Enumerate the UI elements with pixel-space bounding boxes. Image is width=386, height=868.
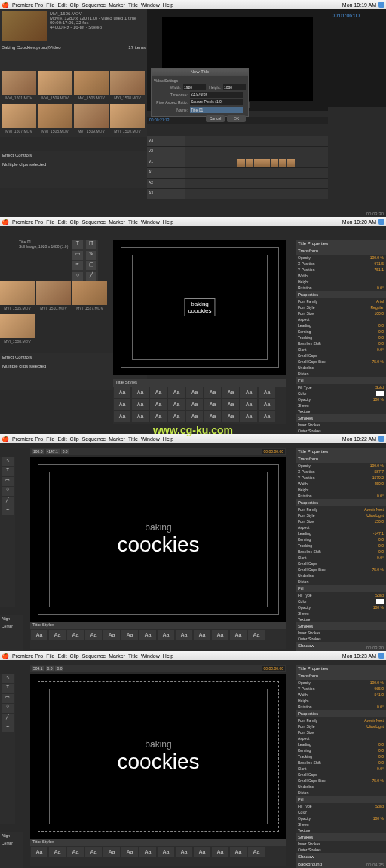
menu-title[interactable]: Title (128, 219, 138, 225)
style-swatch[interactable]: Aa (85, 630, 102, 640)
style-swatch[interactable]: Aa (168, 411, 185, 422)
style-swatch[interactable]: Aa (240, 411, 257, 422)
title-styles-panel[interactable]: Title Styles Aa Aa Aa Aa Aa Aa Aa Aa Aa … (30, 839, 286, 866)
timeline-clip[interactable] (287, 159, 295, 167)
properties-section[interactable]: Properties (296, 499, 386, 506)
transform-section[interactable]: Transform (296, 455, 386, 463)
menu-edit[interactable]: Edit (58, 2, 67, 8)
style-swatch[interactable]: Aa (158, 847, 174, 857)
style-swatch[interactable]: Aa (132, 411, 149, 422)
fill-section[interactable]: Fill (296, 585, 386, 592)
fill-opacity-val[interactable]: 100 % (373, 605, 384, 610)
line-tool[interactable]: ╱ (2, 497, 14, 506)
width-input[interactable] (183, 84, 206, 90)
text-tool[interactable]: T (2, 684, 14, 693)
filltype-val[interactable]: Solid (375, 593, 384, 598)
menu-marker[interactable]: Marker (109, 219, 125, 225)
font-size-val[interactable]: 100.0 (374, 311, 384, 316)
tb-leading[interactable]: -147.1 (46, 449, 60, 454)
font-style-val[interactable]: Ultra Light (366, 724, 384, 729)
menu-file[interactable]: File (46, 653, 54, 659)
bin-thumb[interactable] (2, 71, 36, 95)
rotation-val[interactable]: 0.0° (377, 494, 384, 498)
kerning-val[interactable]: 0.0 (378, 329, 384, 334)
style-swatch[interactable]: Aa (67, 630, 84, 640)
style-swatch[interactable]: Aa (139, 630, 156, 640)
style-swatch[interactable]: Aa (31, 630, 47, 640)
pen-tool[interactable]: ✒ (2, 723, 14, 732)
tb-leading[interactable]: 0.0 (46, 666, 54, 671)
font-style-val[interactable]: Ultra Light (366, 513, 384, 518)
style-swatch[interactable]: Aa (222, 387, 239, 398)
menu-clip[interactable]: Clip (70, 436, 79, 442)
menu-sequence[interactable]: Sequence (82, 219, 106, 225)
opacity-val[interactable]: 100.0 % (370, 255, 384, 260)
title-text[interactable]: baking coockies (118, 739, 200, 774)
style-swatch[interactable]: Aa (176, 847, 192, 857)
title-styles-panel[interactable]: Title Styles Aa Aa Aa Aa Aa Aa Aa Aa Aa … (30, 622, 286, 649)
menu-window[interactable]: Window (141, 219, 160, 225)
menu-file[interactable]: File (46, 2, 54, 8)
baseline-val[interactable]: 0.0 (378, 549, 384, 554)
style-swatch[interactable]: Aa (240, 399, 257, 410)
tracking-val[interactable]: 0.0 (378, 543, 384, 548)
tb-kerning[interactable]: 0.0 (61, 449, 69, 454)
style-swatch[interactable]: Aa (259, 411, 275, 422)
style-swatch[interactable]: Aa (248, 847, 265, 857)
style-swatch[interactable]: Aa (139, 847, 156, 857)
style-swatch[interactable]: Aa (121, 847, 138, 857)
smallcaps-val[interactable]: 75.0 % (372, 567, 384, 572)
style-swatch[interactable]: Aa (150, 387, 167, 398)
color-swatch[interactable] (376, 391, 384, 396)
style-swatch[interactable]: Aa (114, 411, 130, 422)
track-v2[interactable]: V2 (147, 147, 185, 157)
style-swatch[interactable]: Aa (204, 387, 221, 398)
style-swatch[interactable]: Aa (168, 387, 185, 398)
project-bin[interactable]: MVI_1506.MOV Movie, 1280 x 720 (1.0) - v… (0, 9, 147, 69)
apple-icon[interactable]: 🍎 (2, 653, 9, 659)
macos-menubar[interactable]: 🍎 Premiere Pro File Edit Clip Sequence M… (0, 651, 386, 660)
menu-help[interactable]: Help (163, 2, 173, 8)
leading-val[interactable]: 0.0 (378, 323, 384, 328)
line-tool[interactable]: ╱ (86, 272, 96, 281)
menu-file[interactable]: File (46, 219, 54, 225)
tb-size[interactable]: 100.0 (32, 449, 44, 454)
fill-section[interactable]: Fill (296, 377, 386, 384)
style-swatch[interactable]: Aa (49, 630, 66, 640)
selected-clip-thumb[interactable] (2, 11, 47, 41)
style-swatch[interactable]: Aa (204, 411, 221, 422)
kerning-val[interactable]: 0.0 (378, 537, 384, 542)
style-swatch[interactable]: Aa (259, 387, 275, 398)
style-swatch[interactable]: Aa (194, 847, 210, 857)
menu-help[interactable]: Help (163, 653, 173, 659)
ypos-val[interactable]: 965.0 (374, 686, 384, 691)
par-select[interactable]: Square Pixels (1.0) (190, 99, 243, 105)
style-swatch[interactable]: Aa (186, 387, 203, 398)
tb-kerning[interactable]: 0.0 (55, 666, 63, 671)
bin-thumb[interactable] (0, 314, 35, 338)
rect-tool[interactable]: ▢ (86, 261, 96, 270)
menu-clip[interactable]: Clip (70, 653, 79, 659)
style-swatch[interactable]: Aa (240, 387, 257, 398)
style-swatch[interactable]: Aa (212, 630, 228, 640)
spotlight-icon[interactable] (378, 219, 384, 225)
timeline-clip[interactable] (271, 159, 278, 167)
menu-edit[interactable]: Edit (58, 219, 67, 225)
style-swatch[interactable]: Aa (150, 399, 167, 410)
bin-thumb[interactable] (72, 281, 107, 305)
style-swatch[interactable]: Aa (204, 399, 221, 410)
menu-window[interactable]: Window (141, 2, 160, 8)
title-canvas[interactable]: baking coockies (113, 240, 286, 375)
style-swatch[interactable]: Aa (222, 411, 239, 422)
bin-thumb[interactable] (0, 281, 35, 305)
cancel-button[interactable]: Cancel (206, 115, 225, 122)
style-swatch[interactable]: Aa (150, 411, 167, 422)
style-swatch[interactable]: Aa (259, 399, 275, 410)
transform-section[interactable]: Transform (296, 672, 386, 680)
text-tool[interactable]: T (2, 467, 14, 476)
effect-controls-panel[interactable]: Effect Controls Multiple clips selected (0, 151, 147, 188)
timeline-clip[interactable] (279, 159, 286, 167)
title-text[interactable]: baking coockies (118, 522, 200, 557)
bin-thumb[interactable] (38, 104, 72, 128)
font-style-val[interactable]: Regular (370, 305, 384, 310)
